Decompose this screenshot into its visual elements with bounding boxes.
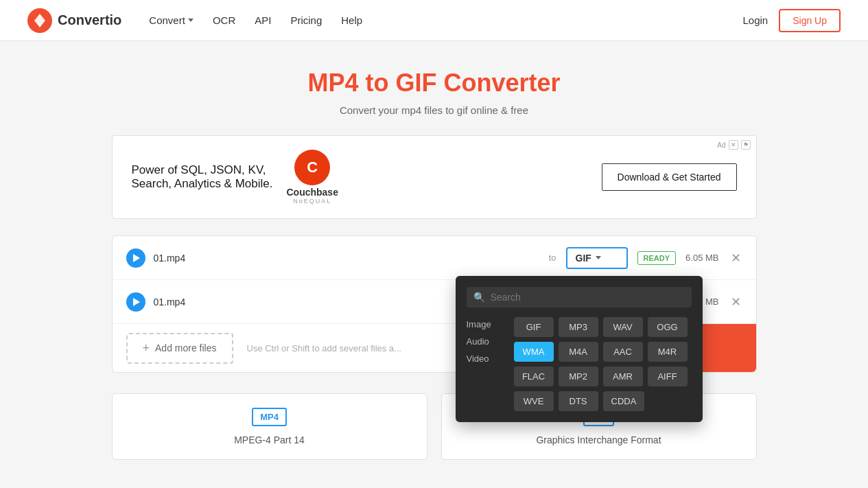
format-chip-gif[interactable]: GIF: [514, 317, 554, 337]
category-video[interactable]: Video: [467, 351, 504, 366]
format-chip-aiff[interactable]: AIFF: [648, 367, 688, 386]
nav-ocr[interactable]: OCR: [213, 14, 235, 26]
search-icon: 🔍: [473, 292, 485, 303]
logo[interactable]: Convertio: [27, 8, 121, 33]
format-name-mp4: MPEG-4 Part 14: [234, 434, 305, 445]
format-chip-flac[interactable]: FLAC: [514, 367, 554, 386]
format-chip-wve[interactable]: WVE: [514, 391, 554, 411]
close-button-1[interactable]: ✕: [730, 252, 742, 264]
format-chip-m4r[interactable]: M4R: [648, 342, 688, 362]
couchbase-logo: C Couchbase NoEQUAL: [286, 150, 338, 205]
logo-text: Convertio: [58, 12, 121, 28]
format-chip-cdda[interactable]: CDDA: [603, 391, 645, 411]
nav-convert[interactable]: Convert: [149, 14, 193, 26]
format-chip-dts[interactable]: DTS: [559, 391, 598, 411]
close-button-2[interactable]: ✕: [730, 296, 742, 308]
play-button-2[interactable]: [126, 292, 145, 312]
chevron-down-icon: [188, 19, 193, 22]
ad-flag-icon: ⚑: [741, 140, 751, 150]
couchbase-icon: C: [294, 150, 330, 185]
dropdown-body: Image Audio Video GIFMP3WAVOGGWMAM4AAACM…: [467, 317, 692, 411]
format-chip-ogg[interactable]: OGG: [648, 317, 688, 337]
dropdown-search-bar: 🔍: [467, 287, 692, 307]
ad-banner: Ad ✕ ⚑ Power of SQL, JSON, KV, Search, A…: [112, 135, 757, 219]
category-list: Image Audio Video: [467, 317, 504, 411]
ad-badge: Ad ✕ ⚑: [717, 140, 750, 150]
nav-links: Convert OCR API Pricing Help: [149, 14, 742, 26]
page-title: MP4 to GIF Converter: [112, 69, 757, 97]
ready-badge-1: READY: [637, 251, 677, 265]
format-chip-amr[interactable]: AMR: [603, 367, 643, 386]
format-dropdown: 🔍 Image Audio Video GIFMP3WAVOGGWMAM4AAA…: [456, 276, 703, 422]
file-name-1: 01.mp4: [154, 253, 539, 264]
nav-help[interactable]: Help: [341, 14, 362, 26]
file-size-1: 6.05 MB: [685, 253, 718, 263]
main-content: MP4 to GIF Converter Convert your mp4 fi…: [98, 41, 771, 460]
ad-icon: ✕: [729, 140, 738, 150]
play-icon-2: [133, 298, 140, 306]
format-card-mp4: MP4 MPEG-4 Part 14: [112, 393, 427, 460]
format-chip-mp2[interactable]: MP2: [559, 367, 598, 386]
couchbase-sub: NoEQUAL: [293, 198, 331, 205]
ad-cta-button[interactable]: Download & Get Started: [602, 163, 737, 191]
file-row-1: 01.mp4 to GIF READY 6.05 MB ✕: [113, 236, 756, 280]
play-button-1[interactable]: [126, 248, 145, 268]
format-grid: GIFMP3WAVOGGWMAM4AAACM4RFLACMP2AMRAIFFWV…: [514, 317, 692, 411]
category-image[interactable]: Image: [467, 317, 504, 332]
nav-pricing[interactable]: Pricing: [290, 14, 322, 26]
signup-button[interactable]: Sign Up: [779, 9, 841, 32]
play-icon-1: [133, 254, 140, 262]
category-audio[interactable]: Audio: [467, 334, 504, 349]
converter-panel: 01.mp4 to GIF READY 6.05 MB ✕ 01.mp4 to …: [112, 235, 757, 373]
add-files-button[interactable]: + Add more files: [126, 333, 233, 364]
ad-text: Power of SQL, JSON, KV, Search, Analytic…: [132, 163, 273, 191]
page-subtitle: Convert your mp4 files to gif online & f…: [112, 104, 757, 116]
format-select-1[interactable]: GIF: [566, 247, 628, 269]
format-chip-wav[interactable]: WAV: [603, 317, 643, 337]
search-input[interactable]: [491, 292, 685, 303]
ad-left: Power of SQL, JSON, KV, Search, Analytic…: [132, 150, 338, 205]
login-link[interactable]: Login: [742, 14, 768, 26]
format-chip-m4a[interactable]: M4A: [559, 342, 598, 362]
navbar-right: Login Sign Up: [742, 9, 841, 32]
format-chevron-1: [596, 256, 601, 259]
format-chip-wma[interactable]: WMA: [514, 342, 554, 362]
ad-label: Ad: [717, 141, 725, 149]
logo-icon: [27, 8, 52, 33]
format-chip-aac[interactable]: AAC: [603, 342, 643, 362]
navbar: Convertio Convert OCR API Pricing Help L…: [0, 0, 868, 41]
nav-api[interactable]: API: [255, 14, 271, 26]
to-label-1: to: [549, 253, 556, 263]
format-tag-mp4: MP4: [252, 408, 287, 426]
format-name-gif: Graphics Interchange Format: [536, 434, 661, 445]
add-icon: +: [143, 341, 150, 356]
couchbase-name: Couchbase: [286, 187, 338, 198]
format-chip-mp3[interactable]: MP3: [559, 317, 598, 337]
